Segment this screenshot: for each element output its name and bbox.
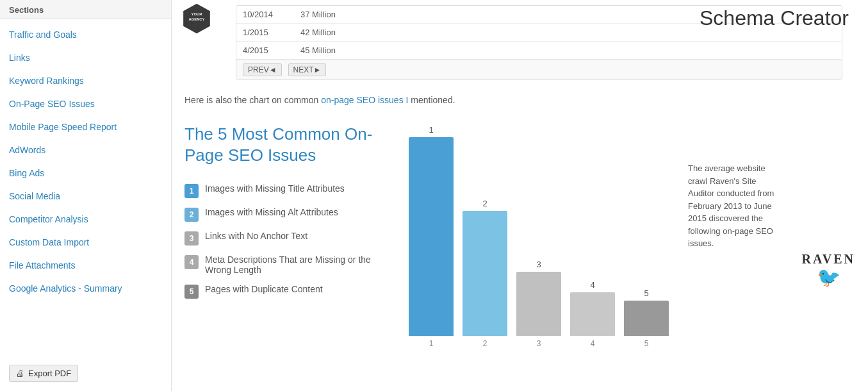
chart-title: The 5 Most Common On-Page SEO Issues [184,124,389,165]
chart-container: The 5 Most Common On-Page SEO Issues 1Im… [184,117,855,354]
issue-label-3: Links with No Anchor Text [205,231,307,241]
bar-label-bottom-2: 2 [483,339,487,348]
bar-label-bottom-3: 3 [537,339,541,348]
chart-side-note: The average website crawl Raven's Site A… [688,124,782,250]
raven-bird-icon: 🐦 [817,268,840,287]
issue-label-5: Pages with Duplicate Content [205,284,323,294]
issue-item-2: 2Images with Missing Alt Attributes [184,207,389,222]
sidebar-item-mobile-page-speed[interactable]: Mobile Page Speed Report [0,115,171,138]
raven-logo-area: RAVEN 🐦 [801,124,855,287]
issue-item-3: 3Links with No Anchor Text [184,231,389,245]
sidebar-item-adwords[interactable]: AdWords [0,138,171,162]
sidebar-nav: Traffic and GoalsLinksKeyword RankingsOn… [0,19,171,358]
bar-label-bottom-4: 4 [591,339,595,348]
issue-label-4: Meta Descriptions That are Missing or th… [205,254,389,275]
raven-logo-text: RAVEN [801,252,855,267]
bar-label-top-3: 3 [536,260,541,269]
bar-label-top-4: 4 [590,280,594,290]
sidebar-item-competitor-analysis[interactable]: Competitor Analysis [0,208,171,231]
bar-4 [570,292,615,336]
svg-text:AGENCY: AGENCY [189,17,205,21]
table-date-cell: 1/2015 [243,26,300,38]
sidebar: Sections Traffic and GoalsLinksKeyword R… [0,0,172,391]
bar-3 [516,272,561,336]
printer-icon: 🖨 [16,369,24,378]
chart-section: Here is also the chart on common on-page… [172,83,868,365]
schema-creator-header: Schema Creator [700,6,849,30]
issue-badge-3: 3 [184,231,199,245]
sidebar-item-custom-data-import[interactable]: Custom Data Import [0,231,171,254]
sidebar-item-bing-ads[interactable]: Bing Ads [0,162,171,185]
table-value-cell: 45 Million [300,44,358,56]
bar-chart-area: 1 1 2 2 3 3 4 4 5 5 [409,124,669,348]
bar-label-bottom-5: 5 [644,339,649,348]
agency-hex-icon: YOUR AGENCY [181,3,213,35]
sidebar-item-traffic-goals[interactable]: Traffic and Goals [0,23,171,46]
bar-2 [463,211,507,336]
sidebar-item-social-media[interactable]: Social Media [0,185,171,208]
svg-text:YOUR: YOUR [192,12,203,16]
export-pdf-button[interactable]: 🖨 Export PDF [9,365,78,382]
table-nav-row: PREV◄NEXT► [236,60,842,79]
bar-5 [624,301,669,336]
issue-item-4: 4Meta Descriptions That are Missing or t… [184,254,389,275]
agency-logo: YOUR AGENCY [181,3,213,37]
main-content: YOUR AGENCY 10/201437 Million1/201542 Mi… [172,0,868,391]
issue-badge-5: 5 [184,285,199,299]
table-value-cell: 42 Million [300,26,358,38]
issue-item-1: 1Images with Missing Title Attributes [184,183,389,198]
table-date-cell: 10/2014 [243,8,300,21]
sidebar-export: 🖨 Export PDF [0,358,171,391]
sidebar-item-google-analytics-summary[interactable]: Google Analytics - Summary [0,277,171,300]
bar-col-3: 3 3 [516,124,561,348]
top-area: YOUR AGENCY 10/201437 Million1/201542 Mi… [172,0,868,83]
bar-1 [409,137,454,336]
sidebar-item-links[interactable]: Links [0,46,171,69]
sidebar-item-keyword-rankings[interactable]: Keyword Rankings [0,69,171,92]
sections-header: Sections [0,0,171,19]
table-value-cell: 37 Million [300,8,358,21]
table-row: 4/201545 Million [236,42,842,60]
issue-label-1: Images with Missing Title Attributes [205,183,345,194]
issue-badge-2: 2 [184,208,199,222]
bar-label-top-1: 1 [429,125,433,135]
bar-label-bottom-1: 1 [429,339,434,348]
sidebar-item-on-page-seo[interactable]: On-Page SEO Issues [0,92,171,115]
bar-col-1: 1 1 [409,124,454,348]
bar-col-2: 2 2 [463,124,507,348]
sidebar-item-file-attachments[interactable]: File Attachments [0,254,171,277]
chart-left-panel: The 5 Most Common On-Page SEO Issues 1Im… [184,124,389,299]
bar-col-5: 5 5 [624,124,669,348]
bar-col-4: 4 4 [570,124,615,348]
bar-label-top-2: 2 [482,199,487,208]
table-date-cell: 4/2015 [243,44,300,56]
issue-list: 1Images with Missing Title Attributes2Im… [184,183,389,299]
issue-badge-1: 1 [184,184,199,198]
bar-label-top-5: 5 [644,288,648,298]
chart-intro-text: Here is also the chart on common on-page… [184,94,855,107]
prev-button[interactable]: PREV◄ [243,63,282,76]
issue-label-2: Images with Missing Alt Attributes [205,207,338,217]
issue-item-5: 5Pages with Duplicate Content [184,284,389,299]
issue-badge-4: 4 [184,255,199,269]
next-button[interactable]: NEXT► [288,63,327,76]
